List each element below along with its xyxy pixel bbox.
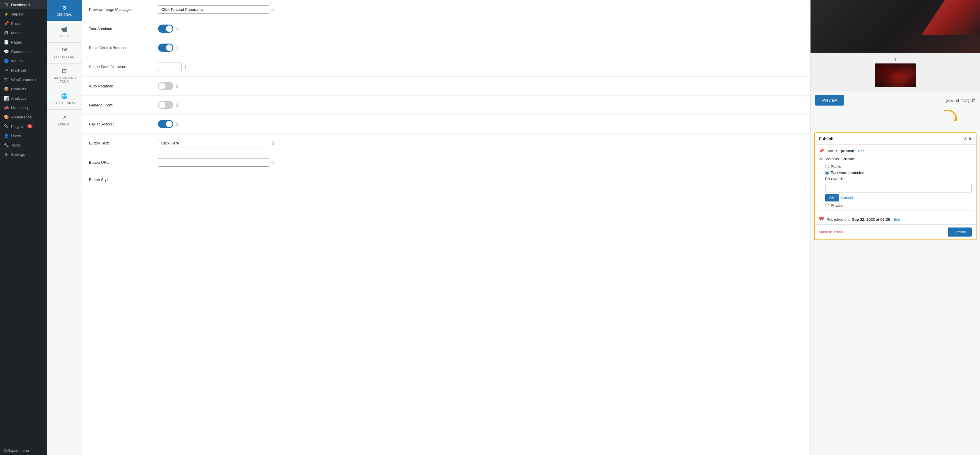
tab-general-label: GENERAL xyxy=(56,13,72,16)
sidebar-item-label: Settings xyxy=(11,152,25,157)
tab-street-view-label: STREET VIEW xyxy=(53,101,75,105)
tab-floor-plan[interactable]: 🗺 FLOOR PLAN xyxy=(47,43,82,64)
move-to-trash-button[interactable]: Move to Trash xyxy=(819,230,843,234)
auto-rotation-toggle[interactable] xyxy=(158,82,173,90)
sidebar-item-analytics[interactable]: 📊 Analytics xyxy=(0,94,47,103)
sidebar-item-users[interactable]: 👤 Users xyxy=(0,131,47,140)
sidebar-item-label: WooCommerce xyxy=(11,78,37,82)
password-input[interactable] xyxy=(825,184,972,192)
sidebar-item-mailpoet[interactable]: ✉ MailPoet xyxy=(0,65,47,75)
radio-public-label: Public xyxy=(831,164,841,169)
sidebar-item-tools[interactable]: 🔧 Tools xyxy=(0,140,47,150)
sidebar-item-marketing[interactable]: 📣 Marketing xyxy=(0,103,47,112)
status-edit-link[interactable]: Edit xyxy=(858,149,864,153)
sidebar-item-wp-vr[interactable]: 🔵 WP VR xyxy=(0,56,47,65)
tab-general[interactable]: ⚙ GENERAL xyxy=(47,0,82,21)
sidebar-item-label: Plugins xyxy=(11,124,24,128)
sidebar-item-pages[interactable]: 📄 Pages xyxy=(0,37,47,47)
scene-fade-duration-info-icon[interactable]: ℹ xyxy=(185,64,186,70)
button-url-control: ℹ xyxy=(158,158,274,166)
radio-public-input[interactable] xyxy=(825,165,829,168)
wp-vr-icon: 🔵 xyxy=(3,59,9,63)
generic-form-control: ℹ xyxy=(158,101,178,109)
mailpoet-icon: ✉ xyxy=(3,68,9,73)
publish-collapse-up-icon[interactable]: ∧ xyxy=(964,136,967,141)
publish-divider xyxy=(819,211,972,211)
update-button[interactable]: Update xyxy=(948,227,972,236)
tour-autoload-toggle[interactable] xyxy=(158,25,173,33)
generic-form-toggle[interactable] xyxy=(158,101,173,109)
status-icon: 📌 xyxy=(819,148,824,154)
preview-button[interactable]: Preview xyxy=(815,95,844,106)
sidebar-item-appearance[interactable]: 🎨 Appearance xyxy=(0,112,47,122)
sidebar-item-jetpack[interactable]: ⚡ Jetpack xyxy=(0,10,47,19)
basic-control-buttons-toggle[interactable] xyxy=(158,44,173,52)
button-url-row: Button URL: ℹ xyxy=(82,153,810,172)
shortcode-text: [wpvr id="25"] xyxy=(946,98,969,103)
generic-form-label: Generic Form: xyxy=(89,103,153,107)
basic-control-buttons-info-icon[interactable]: ℹ xyxy=(176,45,178,51)
tab-video[interactable]: 📹 VIDEO xyxy=(47,21,82,43)
tour-autoload-info-icon[interactable]: ℹ xyxy=(176,26,178,32)
collapse-menu-button[interactable]: Collapse menu xyxy=(0,446,47,455)
dashboard-icon: ⊞ xyxy=(3,2,9,7)
general-tab-icon: ⚙ xyxy=(62,5,67,11)
basic-control-buttons-row: Basic Control Buttons: ℹ xyxy=(82,38,810,57)
tab-street-view[interactable]: 🌐 STREET VIEW xyxy=(47,88,82,109)
publish-body: 📌 Status: publish Edit 👁 Visibility: Pub… xyxy=(815,145,976,217)
scene-fade-duration-row: Scene Fade Duration: ℹ xyxy=(82,57,810,77)
button-text-input[interactable] xyxy=(158,139,269,147)
sidebar-item-posts[interactable]: 📌 Posts xyxy=(0,19,47,28)
appearance-icon: 🎨 xyxy=(3,115,9,119)
auto-rotation-slider xyxy=(158,82,173,90)
preview-image-message-info-icon[interactable]: ℹ xyxy=(272,7,274,12)
sidebar-item-woocommerce[interactable]: 🛒 WooCommerce xyxy=(0,75,47,84)
radio-public-item[interactable]: Public xyxy=(825,164,972,169)
button-url-info-icon[interactable]: ℹ xyxy=(272,160,274,165)
generic-form-info-icon[interactable]: ℹ xyxy=(176,102,178,108)
sidebar-item-label: Media xyxy=(11,31,21,35)
tour-autoload-label: Tour Autoload: xyxy=(89,27,153,31)
sidebar-item-products[interactable]: 📦 Products xyxy=(0,84,47,94)
tour-autoload-row: Tour Autoload: ℹ xyxy=(82,19,810,38)
comments-icon: 💬 xyxy=(3,49,9,54)
scene-fade-duration-input[interactable] xyxy=(158,63,181,71)
cancel-button[interactable]: Cancel xyxy=(841,196,853,200)
users-icon: 👤 xyxy=(3,133,9,138)
video-tab-icon: 📹 xyxy=(61,26,68,32)
sidebar: ⊞ Dashboard ⚡ Jetpack 📌 Posts 🖼 Media 📄 … xyxy=(0,0,47,455)
call-to-action-info-icon[interactable]: ℹ xyxy=(176,121,178,127)
settings-icon: ⚙ xyxy=(3,152,9,157)
radio-private-input[interactable] xyxy=(825,203,829,207)
radio-password-item[interactable]: Password protected xyxy=(825,170,972,175)
main-area: ⚙ GENERAL 📹 VIDEO 🗺 FLOOR PLAN 🖼 BACKGRO… xyxy=(47,0,980,455)
status-label: Status: xyxy=(827,149,838,153)
sidebar-item-comments[interactable]: 💬 Comments xyxy=(0,47,47,56)
auto-rotation-info-icon[interactable]: ℹ xyxy=(176,83,178,89)
button-text-info-icon[interactable]: ℹ xyxy=(272,140,274,146)
sidebar-item-settings[interactable]: ⚙ Settings xyxy=(0,150,47,159)
visibility-label: Visibility: xyxy=(826,157,840,161)
visibility-radio-group: Public Password protected Password: OK C… xyxy=(819,164,972,208)
preview-image-message-input[interactable] xyxy=(158,5,269,14)
call-to-action-toggle[interactable] xyxy=(158,120,173,128)
radio-private-item[interactable]: Private xyxy=(825,203,972,208)
preview-image-message-label: Preview Image Message: xyxy=(89,7,153,12)
tab-export[interactable]: ↗ EXPORT xyxy=(47,109,82,131)
radio-password-input[interactable] xyxy=(825,171,829,174)
thumbnail-image[interactable] xyxy=(875,63,916,87)
collapse-menu-label: Collapse menu xyxy=(3,448,29,453)
media-icon: 🖼 xyxy=(3,30,9,35)
copy-shortcode-icon[interactable]: ⧉ xyxy=(972,97,975,103)
sidebar-item-label: WP VR xyxy=(11,59,24,63)
sidebar-item-plugins[interactable]: 🔌 Plugins 5 xyxy=(0,122,47,131)
tab-background-tour[interactable]: 🖼 BACKGROUND TOUR xyxy=(47,64,82,88)
button-url-input[interactable] xyxy=(158,158,269,166)
sidebar-item-media[interactable]: 🖼 Media xyxy=(0,28,47,37)
publish-collapse-down-icon[interactable]: ∨ xyxy=(968,136,972,141)
ok-button[interactable]: OK xyxy=(825,194,839,201)
sidebar-item-label: Jetpack xyxy=(11,12,24,16)
published-on-edit-link[interactable]: Edit xyxy=(894,217,900,222)
marketing-icon: 📣 xyxy=(3,105,9,110)
sidebar-item-dashboard[interactable]: ⊞ Dashboard xyxy=(0,0,47,10)
